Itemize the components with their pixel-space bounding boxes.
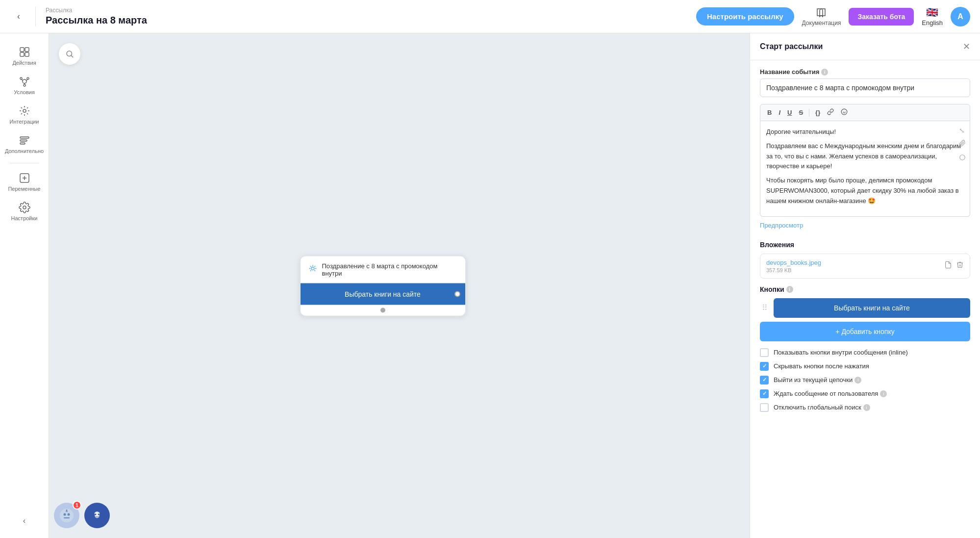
sidebar-label-integrations: Интеграции [10,119,39,125]
user-avatar[interactable]: А [951,7,970,26]
buttons-section-label: Кнопки i [760,285,970,293]
checkbox-wait-msg-input[interactable] [760,389,769,398]
canvas: Поздравление с 8 марта с промокодом внут… [49,33,750,538]
flow-node-button[interactable]: Выбрать книги на сайте [301,283,465,305]
sidebar-item-conditions[interactable]: Условия [0,71,49,100]
checkbox-global-search-label: Отключить глобальный поиск i [774,404,870,411]
panel-title: Старт рассылки [760,42,823,51]
connector-dot [380,307,385,312]
editor-resize-icon: ⤡ [959,125,966,136]
checkbox-wait-msg-label: Ждать сообщение от пользователя i [774,390,887,397]
back-button[interactable]: ‹ [10,8,27,26]
panel-close-button[interactable]: ✕ [963,41,970,52]
sidebar-item-settings[interactable]: Настройки [0,197,49,226]
docs-button[interactable]: Документация [802,7,841,26]
svg-point-11 [23,109,26,112]
page-title: Рассылка на 8 марта [46,15,696,26]
toolbar-emoji[interactable] [839,107,850,118]
notification-badge-1: 1 [73,501,81,510]
exit-chain-info-icon[interactable]: i [854,377,861,384]
checkbox-inline: Показывать кнопки внутри сообщения (inli… [760,348,970,357]
bot-avatar-2[interactable] [84,503,110,528]
editor-line-3: Чтобы покорять мир было проще, делимся п… [766,176,964,206]
svg-point-22 [960,155,965,160]
attachment-delete-button[interactable] [956,261,964,271]
svg-rect-0 [20,48,24,51]
checkbox-exit-chain: Выйти из текущей цепочки i [760,376,970,384]
svg-point-25 [68,513,70,516]
svg-point-4 [23,79,26,83]
toolbar-underline[interactable]: U [785,108,794,117]
header: ‹ Рассылка Рассылка на 8 марта Настроить… [0,0,980,33]
sidebar-label-variables: Переменные [8,186,40,192]
svg-line-9 [26,79,27,81]
attachment-actions [944,261,964,271]
toolbar-strikethrough[interactable]: S [797,108,805,117]
toolbar-sep-1 [809,109,809,117]
svg-line-8 [22,79,23,81]
svg-rect-14 [20,143,25,144]
add-button-button[interactable]: + Добавить кнопку [760,322,970,341]
drag-handle[interactable]: ⠿ [760,303,770,312]
flow-node-body: Выбрать книги на сайте [301,283,465,305]
right-panel: Старт рассылки ✕ Название события i B I … [750,33,980,538]
toolbar-code[interactable]: {} [813,108,822,117]
attachment-size: 357.59 KB [766,267,821,273]
canvas-search-button[interactable] [59,43,80,65]
editor-circle-icon[interactable] [959,153,966,164]
checkbox-inline-input[interactable] [760,348,769,357]
svg-point-29 [95,513,96,515]
language-selector[interactable]: 🇬🇧 English [922,6,943,26]
sidebar-item-integrations[interactable]: Интеграции [0,100,49,129]
svg-point-30 [98,513,100,515]
bot1-icon [59,508,74,523]
bot-avatar-1[interactable]: 1 [54,503,79,528]
sidebar-label-settings: Настройки [11,215,38,221]
buttons-info-icon[interactable]: i [786,286,793,293]
svg-rect-26 [64,517,70,518]
global-search-info-icon[interactable]: i [863,404,870,411]
actions-icon [19,46,30,58]
attachment-view-button[interactable] [944,261,952,271]
checkbox-exit-chain-label: Выйти из текущей цепочки i [774,376,861,384]
attachment-item: devops_books.jpeg 357.59 KB [760,254,970,279]
sidebar-item-variables[interactable]: Переменные [0,167,49,197]
event-name-label: Название события i [760,68,970,76]
sidebar-item-actions[interactable]: Действия [0,41,49,71]
attachment-info: devops_books.jpeg 357.59 KB [766,259,821,273]
broadcast-icon [308,264,317,275]
panel-header: Старт рассылки ✕ [750,33,980,60]
wait-msg-info-icon[interactable]: i [880,390,887,397]
svg-point-18 [311,267,314,270]
svg-point-21 [845,111,845,111]
toolbar-bold[interactable]: B [765,108,774,117]
sidebar-collapse-button[interactable]: ‹ [18,512,30,530]
svg-point-20 [843,111,844,111]
search-icon [65,50,74,58]
message-button-1[interactable]: Выбрать книги на сайте [774,298,970,318]
flow-node: Поздравление с 8 марта с промокодом внут… [300,255,466,316]
configure-button[interactable]: Настроить рассылку [696,7,794,26]
toolbar-link[interactable] [825,107,836,118]
checkbox-global-search-input[interactable] [760,403,769,412]
toolbar-italic[interactable]: I [777,108,782,117]
event-name-input[interactable] [760,78,970,97]
docs-label: Документация [802,20,841,26]
flow-node-title: Поздравление с 8 марта с промокодом внут… [322,262,457,277]
editor-attach-icon[interactable] [959,139,966,150]
event-name-info-icon[interactable]: i [821,69,828,76]
editor-line-1: Дорогие читательницы! [766,127,964,137]
editor-body[interactable]: Дорогие читательницы! Поздравляем вас с … [760,121,970,217]
svg-point-27 [66,510,68,511]
checkbox-exit-chain-input[interactable] [760,376,769,384]
sidebar-item-extra[interactable]: Дополнительно [0,129,49,159]
checkbox-hide-after: Скрывать кнопки после нажатия [760,362,970,371]
preview-link[interactable]: Предпросмотр [760,222,803,229]
svg-rect-13 [20,140,27,141]
checkbox-hide-after-input[interactable] [760,362,769,371]
svg-rect-3 [25,52,29,56]
button-row-1: ⠿ Выбрать книги на сайте [760,298,970,318]
sidebar-divider [10,163,39,163]
avatar-bubbles: 1 [54,503,110,528]
order-bot-button[interactable]: Заказать бота [849,8,914,26]
